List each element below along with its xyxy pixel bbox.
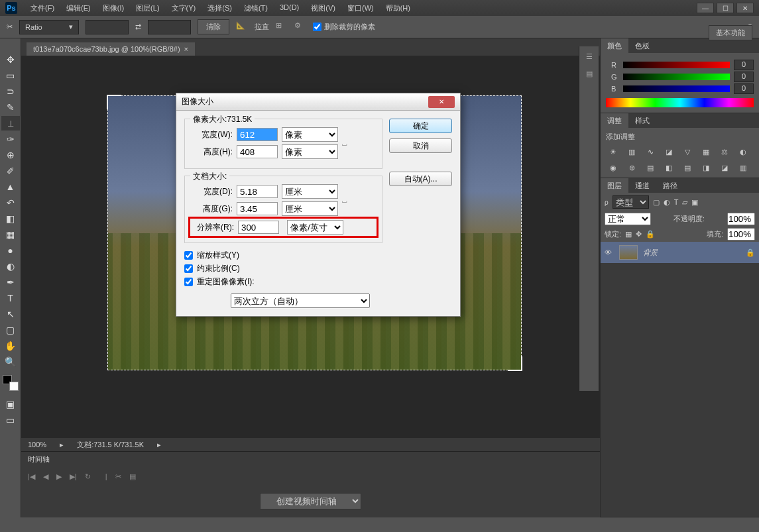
ok-button[interactable]: 确定 bbox=[389, 119, 452, 133]
resolution-unit[interactable]: 像素/英寸 bbox=[287, 220, 343, 235]
curves-icon[interactable]: ∿ bbox=[643, 146, 658, 158]
dialog-close-button[interactable]: ✕ bbox=[428, 96, 455, 108]
grid-overlay-icon[interactable]: ⊞ bbox=[276, 21, 288, 33]
selective-color-icon[interactable]: ▥ bbox=[736, 162, 750, 174]
minimize-button[interactable]: — bbox=[697, 3, 714, 13]
paths-panel-tab[interactable]: 路径 bbox=[656, 178, 684, 193]
gradient-tool[interactable]: ▦ bbox=[1, 227, 20, 242]
scale-styles-checkbox[interactable] bbox=[184, 251, 193, 260]
dodge-tool[interactable]: ◐ bbox=[1, 259, 20, 274]
menu-file[interactable]: 文件(F) bbox=[25, 1, 60, 15]
channel-mixer-icon[interactable]: ⊕ bbox=[624, 162, 639, 174]
stamp-tool[interactable]: ▲ bbox=[1, 180, 20, 194]
pen-tool[interactable]: ✒ bbox=[1, 275, 20, 290]
zoom-tool[interactable]: 🔍 bbox=[1, 354, 20, 369]
menu-image[interactable]: 图像(I) bbox=[97, 1, 129, 15]
invert-icon[interactable]: ◧ bbox=[662, 162, 676, 174]
constrain-checkbox[interactable] bbox=[184, 264, 193, 273]
lock-all-icon[interactable]: 🔒 bbox=[646, 230, 655, 239]
clear-button[interactable]: 清除 bbox=[198, 19, 229, 34]
color-swatches[interactable] bbox=[3, 375, 19, 391]
menu-view[interactable]: 视图(V) bbox=[306, 1, 341, 15]
crop-tool[interactable]: ⟂ bbox=[1, 116, 20, 131]
timeline-next-icon[interactable]: ▶| bbox=[70, 472, 77, 481]
timeline-prev-icon[interactable]: ◀ bbox=[43, 472, 48, 481]
lookup-icon[interactable]: ▤ bbox=[643, 162, 658, 174]
levels-icon[interactable]: ▥ bbox=[624, 146, 639, 158]
resolution-input[interactable] bbox=[238, 221, 279, 234]
create-video-timeline-button[interactable]: 创建视频时间轴 bbox=[260, 493, 361, 509]
timeline-tab[interactable]: 时间轴 bbox=[28, 454, 50, 464]
timeline-play-icon[interactable]: ▶ bbox=[56, 472, 62, 481]
blur-tool[interactable]: ● bbox=[1, 243, 20, 258]
timeline-loop-icon[interactable]: ↻ bbox=[85, 472, 91, 481]
threshold-icon[interactable]: ◨ bbox=[699, 162, 713, 174]
shape-tool[interactable]: ▢ bbox=[1, 323, 20, 337]
height-pixels-input[interactable] bbox=[237, 145, 278, 158]
channels-panel-tab[interactable]: 通道 bbox=[628, 178, 656, 193]
layers-panel-tab[interactable]: 图层 bbox=[601, 178, 628, 193]
menu-layer[interactable]: 图层(L) bbox=[131, 1, 164, 15]
healing-tool[interactable]: ⊕ bbox=[1, 148, 20, 162]
gradient-map-icon[interactable]: ◪ bbox=[717, 162, 732, 174]
gear-icon[interactable]: ⚙ bbox=[294, 21, 306, 33]
layer-thumbnail[interactable] bbox=[619, 245, 638, 260]
auto-button[interactable]: 自动(A)... bbox=[389, 172, 452, 186]
maximize-button[interactable]: ☐ bbox=[717, 3, 734, 13]
menu-filter[interactable]: 滤镜(T) bbox=[239, 1, 273, 15]
path-tool[interactable]: ↖ bbox=[1, 307, 20, 321]
menu-window[interactable]: 窗口(W) bbox=[342, 1, 379, 15]
delete-cropped-checkbox[interactable] bbox=[313, 23, 321, 31]
r-slider[interactable] bbox=[623, 62, 730, 68]
filter-smart-icon[interactable]: ▣ bbox=[691, 198, 698, 207]
lock-pixels-icon[interactable]: ▦ bbox=[625, 230, 632, 239]
menu-edit[interactable]: 编辑(E) bbox=[61, 1, 96, 15]
timeline-transition-icon[interactable]: ▤ bbox=[129, 472, 136, 481]
exposure-icon[interactable]: ◪ bbox=[662, 146, 676, 158]
swap-icon[interactable]: ⇄ bbox=[135, 23, 141, 31]
crop-height-field[interactable] bbox=[148, 20, 191, 34]
b-slider[interactable] bbox=[623, 85, 730, 92]
history-panel-icon[interactable]: ☰ bbox=[582, 49, 597, 64]
width-unit-select[interactable]: 像素 bbox=[282, 127, 338, 142]
b-value[interactable]: 0 bbox=[734, 83, 754, 94]
hue-icon[interactable]: ▦ bbox=[699, 146, 713, 158]
height-doc-unit[interactable]: 厘米 bbox=[282, 201, 338, 216]
visibility-icon[interactable]: 👁 bbox=[605, 248, 614, 256]
color-panel-tab[interactable]: 颜色 bbox=[601, 38, 628, 54]
straighten-icon[interactable]: 📐 bbox=[236, 21, 248, 33]
balance-icon[interactable]: ⚖ bbox=[717, 146, 732, 158]
zoom-level[interactable]: 100% bbox=[28, 441, 46, 449]
cancel-button[interactable]: 取消 bbox=[389, 138, 452, 153]
filter-type-icon[interactable]: T bbox=[674, 198, 679, 206]
layer-filter-kind[interactable]: 类型 bbox=[613, 195, 649, 209]
fill-value[interactable] bbox=[727, 228, 755, 240]
quick-mask-toggle[interactable]: ▣ bbox=[1, 397, 20, 411]
width-doc-input[interactable] bbox=[237, 185, 278, 198]
photo-filter-icon[interactable]: ◉ bbox=[606, 162, 620, 174]
close-button[interactable]: ✕ bbox=[736, 3, 754, 13]
g-value[interactable]: 0 bbox=[734, 72, 754, 82]
screen-mode-toggle[interactable]: ▭ bbox=[1, 413, 20, 427]
swatches-panel-tab[interactable]: 色板 bbox=[628, 38, 656, 54]
brightness-icon[interactable]: ☀ bbox=[606, 146, 620, 158]
workspace-switcher[interactable]: 基本功能 bbox=[709, 25, 752, 40]
document-tab-close-icon[interactable]: × bbox=[184, 45, 188, 53]
bw-icon[interactable]: ◐ bbox=[736, 146, 750, 158]
height-doc-input[interactable] bbox=[237, 202, 278, 215]
posterize-icon[interactable]: ▤ bbox=[680, 162, 695, 174]
vibrance-icon[interactable]: ▽ bbox=[680, 146, 695, 158]
eraser-tool[interactable]: ◧ bbox=[1, 211, 20, 226]
height-unit-select[interactable]: 像素 bbox=[282, 144, 338, 159]
filter-adjust-icon[interactable]: ◐ bbox=[664, 198, 670, 207]
menu-help[interactable]: 帮助(H) bbox=[380, 1, 416, 15]
eyedropper-tool[interactable]: ✑ bbox=[1, 132, 20, 146]
quick-select-tool[interactable]: ✎ bbox=[1, 100, 20, 115]
menu-3d[interactable]: 3D(D) bbox=[274, 1, 304, 15]
history-brush-tool[interactable]: ↶ bbox=[1, 195, 20, 210]
menu-type[interactable]: 文字(Y) bbox=[166, 1, 202, 15]
brush-tool[interactable]: ✐ bbox=[1, 164, 20, 178]
filter-shape-icon[interactable]: ▱ bbox=[682, 198, 687, 207]
lasso-tool[interactable]: ⊃ bbox=[1, 84, 20, 99]
adjustments-panel-tab[interactable]: 调整 bbox=[601, 113, 628, 129]
